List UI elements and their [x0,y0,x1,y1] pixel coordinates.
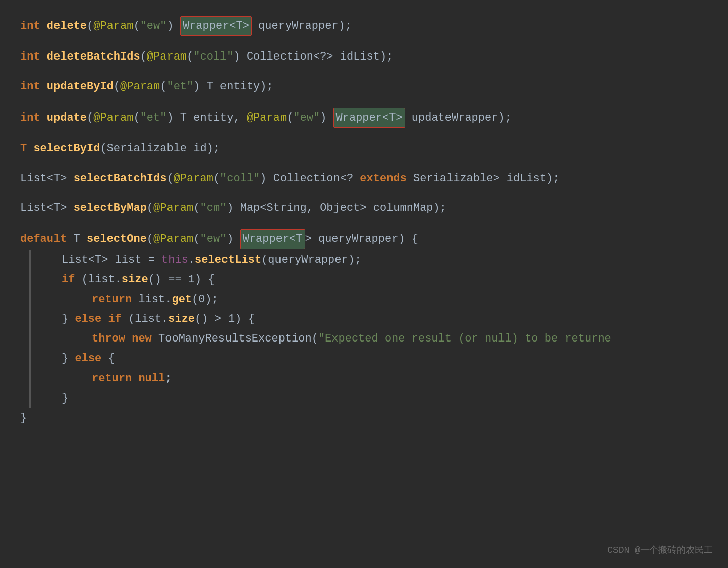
method-updatebyid: updateById [47,78,114,95]
wrapper-highlight-3: Wrapper<T [240,229,305,249]
code-line-elseif: } else if (list. size () > 1) { [31,309,708,329]
keyword-return-2: return [92,370,132,387]
keyword-null: null [138,370,165,387]
code-line-deletebatchids: int deleteBatchIds ( @Param ( "coll" ) C… [20,47,708,67]
method-deletebatchids: deleteBatchIds [47,48,140,66]
code-line-return-1: return list. get (0); [31,290,708,309]
keyword-t-1: T [20,140,27,157]
keyword-else-1: else [75,310,101,328]
code-line-close-inner: } [31,388,708,408]
method-get: get [172,291,192,308]
annotation-param-7: @Param [153,199,193,217]
keyword-return-1: return [92,291,132,308]
code-line-delete: int delete ( @Param ( "ew" ) Wrapper<T> … [20,15,708,37]
keyword-if-1: if [62,271,75,289]
annotation-param-4: @Param [93,109,133,127]
keyword-int-1: int [20,17,40,35]
keyword-int-2: int [20,48,40,66]
annotation-param-1: @Param [93,17,133,35]
annotation-param-8: @Param [153,230,193,248]
string-ew-1: "ew" [140,17,167,35]
method-selectbymap: selectByMap [74,199,147,217]
string-ew-3: "ew" [200,230,227,248]
string-cm: "cm" [200,199,227,217]
string-coll-1: "coll" [193,48,233,66]
code-line-selectone-signature: default T selectOne ( @Param ( "ew" ) Wr… [20,228,708,250]
annotation-param-6: @Param [174,169,213,187]
annotation-param-5: @Param [247,109,287,127]
code-container: int delete ( @Param ( "ew" ) Wrapper<T> … [0,0,728,458]
code-line-return-null: return null ; [31,369,708,388]
keyword-new: new [132,330,152,348]
keyword-int-4: int [20,109,40,127]
code-line-selectbymap: List<T> selectByMap ( @Param ( "cm" ) Ma… [20,198,708,218]
method-size-1: size [122,271,148,289]
method-delete: delete [47,17,87,35]
method-selectbyid: selectById [33,140,100,157]
annotation-param-2: @Param [147,48,187,66]
method-selectlist: selectList [195,251,261,269]
code-line-selectbatchids: List<T> selectBatchIds ( @Param ( "coll"… [20,168,708,188]
keyword-this-1: this [161,251,188,269]
string-expected: "Expected one result (or null) to be ret… [318,330,611,348]
keyword-default: default [20,230,67,248]
code-line-selectbyid: T selectById (Serializable id); [20,139,708,158]
string-et-2: "et" [140,109,167,127]
string-et-1: "et" [166,78,193,95]
wrapper-highlight-1: Wrapper<T> [180,16,252,36]
code-line-update: int update ( @Param ( "et" ) T entity, @… [20,107,708,129]
watermark: CSDN @一个搬砖的农民工 [607,543,713,558]
method-update: update [47,109,87,127]
code-line-else: } else { [31,349,708,368]
wrapper-highlight-2: Wrapper<T> [333,108,405,128]
method-size-2: size [168,310,195,328]
method-selectone: selectOne [87,230,147,248]
string-ew-2: "ew" [293,109,320,127]
keyword-if-2: if [108,310,121,328]
code-line-throw: throw new TooManyResultsException( "Expe… [31,329,708,349]
keyword-extends: extends [360,169,406,187]
method-body: List<T> list = this . selectList (queryW… [31,250,708,409]
code-line-list-assign: List<T> list = this . selectList (queryW… [31,250,708,270]
keyword-throw: throw [92,330,125,348]
keyword-else-2: else [75,350,101,367]
method-body-container: List<T> list = this . selectList (queryW… [20,250,708,409]
code-line-updatebyid: int updateById ( @Param ( "et" ) T entit… [20,77,708,96]
string-coll-2: "coll" [220,169,260,187]
code-line-if-1: if (list. size () == 1) { [31,270,708,290]
method-selectbatchids: selectBatchIds [74,169,167,187]
keyword-int-3: int [20,78,40,95]
code-line-close-outer: } [20,408,708,428]
annotation-param-3: @Param [120,78,160,95]
